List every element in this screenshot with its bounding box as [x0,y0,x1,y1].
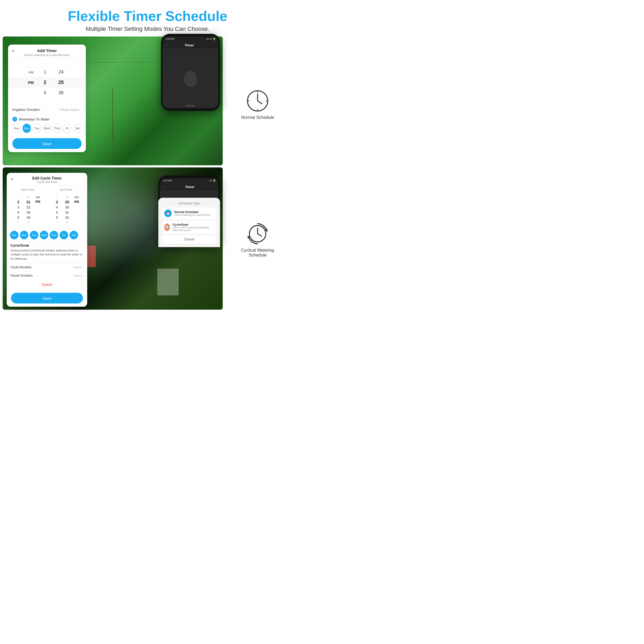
phone-status-bar: 2:23 PM ▪▪▪ ▪▪▪ 🔋 [163,36,218,41]
cycle-day-thur[interactable]: Thur [50,231,58,239]
phone-mockup-top: 2:23 PM ▪▪▪ ▪▪▪ 🔋 ‹ Timer HiTimer [161,34,220,111]
minute-26[interactable]: 26 [59,90,64,96]
svg-line-9 [258,234,261,236]
normal-schedule-text: Normal Schedule Device watering at a spe… [174,210,210,216]
chevron-cycle-right-icon: › [82,265,83,269]
page-title: Flexible Timer Schedule [5,8,290,24]
day-tue[interactable]: Tue [32,124,41,133]
end-time-label: End Time [47,188,85,192]
dialog-subtitle: Device watering at a specified time [12,53,82,57]
svg-line-2 [258,101,262,104]
cycle-timer-dialog: × Edit Cycle Timer Cycle and Soak Start … [7,173,87,307]
weekday-checkbox[interactable]: ✓ [12,117,17,122]
cycle-day-sat[interactable]: Sat [69,231,78,239]
cycle-option-desc: Device will be watering repeatedly withi… [173,226,214,232]
dialog-header: × Add Timer Device watering at a specifi… [8,45,86,59]
cycle-subtitle: Cycle and Soak [11,180,83,184]
cancel-button[interactable]: Cancel [162,235,216,243]
normal-option-desc: Device watering at a specific time [174,214,210,216]
irrigation-duration-row[interactable]: Irrigation Duration Please Select › [8,105,86,114]
phone-nav-bar-2: ‹ Timer [160,183,218,191]
delete-button[interactable]: Delete [7,280,87,290]
ampm-am[interactable]: AM [28,69,34,75]
cycle-day-wed[interactable]: Wed [40,231,48,239]
right-panel: Normal Schedule Cyclical Watering Schedu… [223,36,292,310]
cycle-close-icon[interactable]: × [10,177,13,182]
normal-schedule-label: Normal Schedule [241,115,274,120]
start-time-picker: Start Time ··· 1 2 3 4 5 6 [9,188,46,228]
cycle-duration-value: 1mins [74,266,81,269]
page-header: Flexible Timer Schedule Multiple Timer S… [0,0,295,36]
cycle-duration-row[interactable]: Cycle Duration 1mins › [7,263,87,271]
day-thur[interactable]: Thur [53,124,61,133]
ampm-pm[interactable]: PM [28,79,34,86]
cycle-day-sun[interactable]: Sun [10,231,19,239]
cyclical-schedule-card: Cyclical Watering Schedule [241,222,274,258]
minute-25[interactable]: 25 [58,79,64,86]
cycle-day-mon[interactable]: Mon [20,231,28,239]
hour-3[interactable]: 3 [44,90,46,96]
weekday-section: ✓ Weekdays To Water Sun Mon Tue Wed Thur… [8,114,86,135]
cycle-soak-title: Cycle/Soak [10,243,83,247]
droplet-icon [184,71,197,87]
start-time-label: Start Time [9,188,46,192]
save-button[interactable]: Save [12,138,82,149]
pause-duration-value: 1mins [74,274,81,277]
end-time-picker: End Time ··· 2 3 4 5 6 7 [47,188,85,228]
phone-time: 2:23 PM [165,38,174,40]
weekday-label: Weekdays To Water [19,117,50,121]
phone-body: HiTimer [163,49,218,108]
normal-schedule-card: Normal Schedule [241,89,274,120]
add-timer-dialog: × Add Timer Device watering at a specifi… [8,45,86,152]
cycle-days-row: Sun Mon Tue Wed Thur Fri Sat [7,229,87,241]
hour-1[interactable]: 1 [44,69,46,75]
cycle-soak-icon: 🔄 [164,224,170,231]
phone-signal: ▪▪▪ ▪▪▪ 🔋 [206,38,216,40]
dialog-title: Add Timer [12,48,82,53]
phone-screen-title: Timer [167,43,211,47]
phone-mockup-bottom: 2:23 PM ▪▪▪ 🔋 ‹ Timer HiTimer Schedule [158,175,220,247]
weekday-checkbox-row: ✓ Weekdays To Water [12,117,82,122]
chevron-right-icon: › [81,108,82,112]
close-icon[interactable]: × [12,48,15,54]
normal-schedule-option[interactable]: ⏰ Normal Schedule Device watering at a s… [162,207,216,219]
phone-outer: 2:23 PM ▪▪▪ ▪▪▪ 🔋 ‹ Timer HiTimer [161,34,220,111]
phone-time-2: 2:23 PM [163,179,172,182]
schedule-type-modal: Schedule Type ⏰ Normal Schedule Device w… [160,198,218,244]
cycle-header: × Edit Cycle Timer Cycle and Soak [7,173,87,186]
cycle-day-fri[interactable]: Fri [60,231,68,239]
normal-option-title: Normal Schedule [174,210,210,214]
cycle-title: Edit Cycle Timer [11,176,83,180]
day-mon[interactable]: Mon [23,124,31,133]
cyclical-clock-icon [246,222,270,246]
day-fri[interactable]: Fri [63,124,72,133]
pause-duration-label: Pause Duration [10,274,33,277]
cycle-option-title: Cycle/Soak [173,223,214,226]
phone-screen: 2:23 PM ▪▪▪ ▪▪▪ 🔋 ‹ Timer HiTimer [163,36,218,108]
day-sat[interactable]: Sat [73,124,82,133]
cycle-soak-desc: During period,Cycle&Soak breaks watering… [10,248,83,261]
hour-2[interactable]: 2 [43,79,46,86]
minute-24[interactable]: 24 [59,69,64,75]
pause-duration-row[interactable]: Pause Duration 1mins › [7,271,87,280]
page-subtitle: Multiple Timer Setting Modes You Can Cho… [5,25,290,32]
chevron-pause-right-icon: › [82,274,83,277]
main-content: × Add Timer Device watering at a specifi… [0,36,295,312]
cycle-day-tue[interactable]: Tue [30,231,38,239]
irrigation-value: Please Select [60,108,79,112]
time-picker: ········· AM 1 24 [8,59,86,105]
cyclical-schedule-label: Cyclical Watering Schedule [241,248,274,258]
bottom-photo-section: × Edit Cycle Timer Cycle and Soak Start … [3,167,223,310]
cycle-soak-text: Cycle/Soak Device will be watering repea… [173,223,214,232]
cycle-duration-label: Cycle Duration [10,265,32,269]
day-sun[interactable]: Sun [12,124,21,133]
irrigation-label: Irrigation Duration [12,108,40,112]
modal-title: Schedule Type [162,202,216,205]
cycle-save-button[interactable]: Save [11,293,83,303]
days-row: Sun Mon Tue Wed Thur Fri Sat [12,124,82,133]
cycle-soak-option[interactable]: 🔄 Cycle/Soak Device will be watering rep… [162,221,216,234]
cycle-soak-info: Cycle/Soak During period,Cycle&Soak brea… [7,241,87,263]
phone-signal-2: ▪▪▪ 🔋 [210,179,216,182]
top-photo-section: × Add Timer Device watering at a specifi… [3,36,223,165]
day-wed[interactable]: Wed [43,124,51,133]
